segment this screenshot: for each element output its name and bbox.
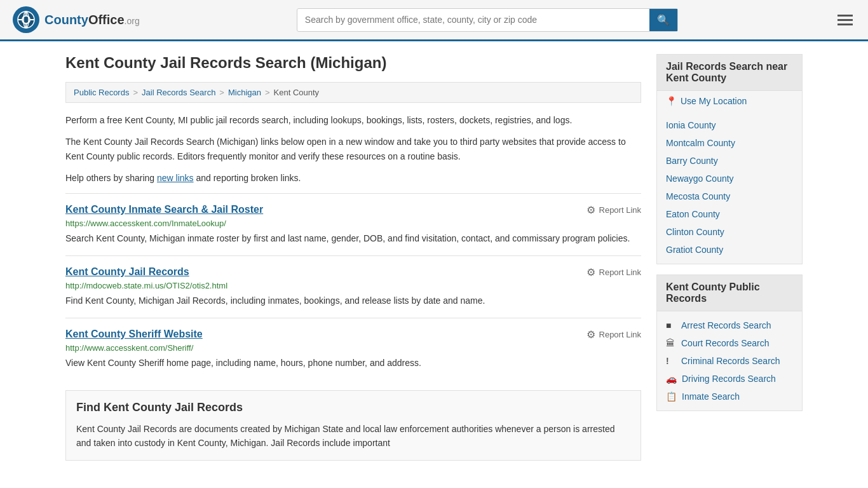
list-item-gratiot: Gratiot County	[657, 241, 802, 259]
result-desc-3: View Kent County Sheriff home page, incl…	[65, 356, 641, 370]
list-item-ionia: Ionia County	[657, 116, 802, 134]
report-label-3: Report Link	[599, 330, 641, 339]
ionia-county-link[interactable]: Ionia County	[666, 120, 716, 130]
newaygo-county-link[interactable]: Newaygo County	[666, 173, 734, 184]
hamburger-line-3	[837, 24, 853, 25]
search-icon: 🔍	[657, 15, 670, 25]
list-item-inmate: 📋 Inmate Search	[657, 388, 802, 405]
report-label-1: Report Link	[599, 205, 641, 215]
montcalm-county-link[interactable]: Montcalm County	[666, 138, 735, 148]
result-url-1[interactable]: https://www.accesskent.com/InmateLookup/	[65, 219, 641, 228]
report-icon-2: ⚙	[587, 266, 595, 278]
header: CountyOffice.org 🔍	[0, 0, 868, 41]
mecosta-county-link[interactable]: Mecosta County	[666, 191, 730, 201]
result-item-2: Kent County Jail Records ⚙ Report Link h…	[65, 255, 641, 318]
list-item-barry: Barry County	[657, 152, 802, 170]
list-item-mecosta: Mecosta County	[657, 187, 802, 205]
court-icon: 🏛	[666, 338, 676, 348]
description-3: Help others by sharing new links and rep…	[65, 171, 641, 185]
eaton-county-link[interactable]: Eaton County	[666, 209, 720, 219]
inmate-icon: 📋	[666, 391, 677, 402]
menu-button[interactable]	[835, 12, 855, 28]
location-pin-icon: 📍	[666, 96, 677, 106]
result-url-2[interactable]: http://mdocweb.state.mi.us/OTIS2/otis2.h…	[65, 281, 641, 290]
breadcrumb-kent-county: Kent County	[274, 88, 320, 97]
new-links-link[interactable]: new links	[157, 173, 194, 183]
main-container: Kent County Jail Records Search (Michiga…	[53, 41, 815, 473]
hamburger-line-1	[837, 15, 853, 17]
find-section: Find Kent County Jail Records Kent Count…	[65, 390, 641, 461]
result-title-3[interactable]: Kent County Sheriff Website	[65, 329, 203, 340]
use-my-location-item[interactable]: 📍 Use My Location	[657, 91, 802, 111]
sidebar-nearby-title: Jail Records Search near Kent County	[657, 55, 802, 91]
nearby-counties-list: Ionia County Montcalm County Barry Count…	[657, 111, 802, 264]
sidebar-nearby-section: Jail Records Search near Kent County 📍 U…	[656, 54, 803, 264]
report-icon-3: ⚙	[587, 329, 595, 341]
gratiot-county-link[interactable]: Gratiot County	[666, 245, 723, 255]
description-1: Perform a free Kent County, MI public ja…	[65, 113, 641, 127]
sidebar-public-records-title: Kent County Public Records	[657, 275, 802, 311]
logo-area: CountyOffice.org	[13, 6, 140, 33]
logo-icon	[13, 6, 39, 33]
find-desc: Kent County Jail Records are documents c…	[76, 422, 630, 451]
list-item-clinton: Clinton County	[657, 223, 802, 241]
criminal-records-link[interactable]: Criminal Records Search	[681, 356, 780, 366]
use-my-location-link[interactable]: Use My Location	[681, 96, 747, 106]
logo-text: CountyOffice.org	[44, 13, 140, 27]
sidebar: Jail Records Search near Kent County 📍 U…	[656, 54, 803, 461]
report-link-2[interactable]: ⚙ Report Link	[587, 266, 641, 278]
driving-records-link[interactable]: Driving Records Search	[682, 374, 776, 384]
main-content: Kent County Jail Records Search (Michiga…	[65, 54, 641, 461]
result-title-1[interactable]: Kent County Inmate Search & Jail Roster	[65, 204, 263, 215]
find-title: Find Kent County Jail Records	[76, 401, 630, 414]
clinton-county-link[interactable]: Clinton County	[666, 227, 724, 237]
search-button[interactable]: 🔍	[649, 9, 677, 31]
barry-county-link[interactable]: Barry County	[666, 156, 718, 166]
result-header-1: Kent County Inmate Search & Jail Roster …	[65, 204, 641, 216]
report-icon-1: ⚙	[587, 204, 595, 216]
result-header-3: Kent County Sheriff Website ⚙ Report Lin…	[65, 329, 641, 341]
search-box: 🔍	[297, 8, 678, 32]
inmate-search-link[interactable]: Inmate Search	[682, 391, 740, 402]
breadcrumb-public-records[interactable]: Public Records	[74, 88, 129, 97]
arrest-icon: ■	[666, 320, 676, 330]
result-desc-1: Search Kent County, Michigan inmate rost…	[65, 232, 641, 245]
court-records-link[interactable]: Court Records Search	[681, 338, 770, 348]
page-title: Kent County Jail Records Search (Michiga…	[65, 54, 641, 72]
result-title-2[interactable]: Kent County Jail Records	[65, 266, 189, 278]
list-item-driving: 🚗 Driving Records Search	[657, 370, 802, 388]
result-item-3: Kent County Sheriff Website ⚙ Report Lin…	[65, 318, 641, 380]
result-desc-2: Find Kent County, Michigan Jail Records,…	[65, 294, 641, 308]
list-item-newaygo: Newaygo County	[657, 170, 802, 187]
driving-icon: 🚗	[666, 374, 677, 384]
sidebar-public-records-section: Kent County Public Records ■ Arrest Reco…	[656, 274, 803, 411]
breadcrumb-sep-1: >	[133, 88, 138, 97]
result-url-3[interactable]: http://www.accesskent.com/Sheriff/	[65, 343, 641, 353]
search-area: 🔍	[297, 8, 678, 32]
result-item-1: Kent County Inmate Search & Jail Roster …	[65, 193, 641, 255]
list-item-court: 🏛 Court Records Search	[657, 334, 802, 352]
arrest-records-link[interactable]: Arrest Records Search	[681, 320, 771, 330]
list-item-montcalm: Montcalm County	[657, 134, 802, 152]
public-records-list: ■ Arrest Records Search 🏛 Court Records …	[657, 311, 802, 410]
description-3-pre: Help others by sharing	[65, 173, 157, 183]
breadcrumb: Public Records > Jail Records Search > M…	[65, 82, 641, 103]
description-2: The Kent County Jail Records Search (Mic…	[65, 135, 641, 163]
breadcrumb-sep-2: >	[219, 88, 224, 97]
breadcrumb-jail-records[interactable]: Jail Records Search	[142, 88, 215, 97]
description-3-post: and reporting broken links.	[194, 173, 301, 183]
result-header-2: Kent County Jail Records ⚙ Report Link	[65, 266, 641, 278]
report-link-1[interactable]: ⚙ Report Link	[587, 204, 641, 216]
list-item-arrest: ■ Arrest Records Search	[657, 316, 802, 334]
criminal-icon: !	[666, 356, 676, 366]
list-item-criminal: ! Criminal Records Search	[657, 352, 802, 370]
breadcrumb-sep-3: >	[265, 88, 270, 97]
list-item-eaton: Eaton County	[657, 205, 802, 223]
hamburger-line-2	[837, 19, 853, 21]
breadcrumb-michigan[interactable]: Michigan	[228, 88, 261, 97]
report-label-2: Report Link	[599, 268, 641, 277]
search-input[interactable]	[297, 10, 649, 30]
report-link-3[interactable]: ⚙ Report Link	[587, 329, 641, 341]
